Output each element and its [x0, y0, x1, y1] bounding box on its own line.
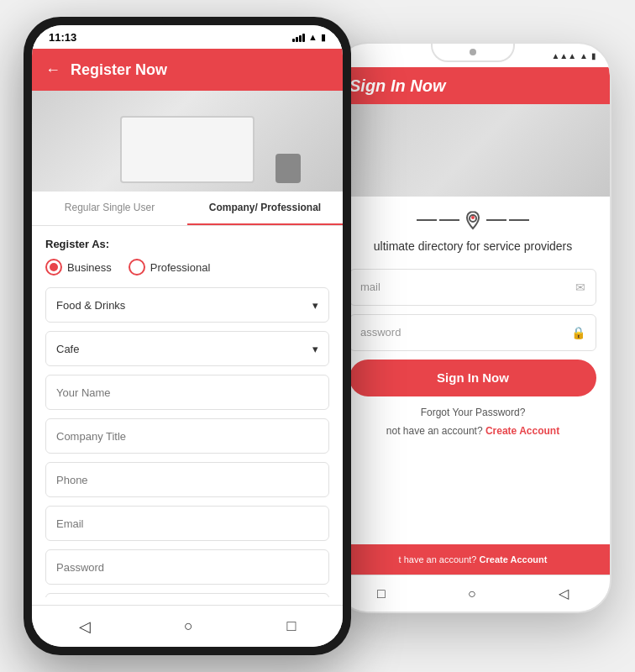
phone1-inner: 11:13 ▲ ▮ ← Register Now — [32, 25, 343, 647]
password-input[interactable] — [45, 549, 329, 585]
no-account-text: not have an account? — [386, 425, 483, 437]
hero-image-2 — [336, 104, 610, 197]
logo-lines-left — [417, 219, 459, 221]
lock-icon: 🔒 — [571, 326, 585, 339]
signin-button[interactable]: Sign In Now — [349, 360, 596, 396]
email-input-row[interactable]: mail ✉ — [349, 269, 596, 306]
battery-icon: ▮ — [321, 32, 326, 43]
phone2-device: ▲▲▲ ▲ ▮ Sign In Now — [334, 42, 611, 613]
radio-professional[interactable]: Professional — [129, 259, 211, 276]
desk-decoration — [120, 116, 255, 183]
notch1 — [162, 17, 213, 24]
wifi-icon: ▲ — [308, 32, 318, 42]
logo-line-2 — [439, 219, 459, 221]
time-display: 11:13 — [49, 31, 76, 44]
nav-bar-1: ◁ ○ □ — [32, 605, 343, 647]
register-form-content: Register As: Business Professional Food … — [32, 226, 343, 597]
radio-professional-circle — [129, 259, 145, 276]
signal-icon — [292, 32, 305, 42]
email-input[interactable] — [45, 506, 329, 541]
chevron-down-icon: ▾ — [312, 299, 318, 312]
register-as-radio-group: Business Professional — [45, 259, 329, 276]
back-nav-icon[interactable]: ◁ — [79, 617, 91, 636]
svg-point-1 — [471, 216, 475, 219]
battery-icon-2: ▮ — [591, 51, 596, 60]
back-button[interactable]: ← — [45, 61, 60, 79]
home-nav-icon[interactable]: ○ — [184, 617, 193, 635]
status-icons: ▲ ▮ — [292, 32, 326, 43]
circle-nav-icon[interactable]: ○ — [468, 586, 476, 601]
radio-business-circle — [45, 259, 62, 276]
subcategory-dropdown[interactable]: Cafe ▾ — [45, 331, 329, 366]
scene: 11:13 ▲ ▮ ← Register Now — [0, 0, 635, 672]
back-nav-icon-2[interactable]: ◁ — [559, 585, 569, 601]
bottom-banner-create-link[interactable]: Create Account — [480, 554, 548, 564]
status-bar-1: 11:13 ▲ ▮ — [32, 25, 343, 49]
signin-form-content: ultimate directory for service providers… — [336, 197, 610, 450]
radio-business[interactable]: Business — [45, 259, 112, 276]
mail-icon: ✉ — [575, 281, 585, 294]
bottom-banner-no-account: t have an account? Create Account — [399, 554, 548, 564]
app-tagline: ultimate directory for service providers — [374, 239, 573, 255]
header-signin: Sign In Now — [336, 67, 610, 104]
chevron-down-icon-2: ▾ — [312, 343, 318, 355]
password-placeholder: assword — [360, 326, 401, 339]
square-nav-icon[interactable]: □ — [377, 586, 386, 601]
logo-line-4 — [509, 219, 529, 221]
logo-line-1 — [417, 219, 437, 221]
recents-nav-icon[interactable]: □ — [286, 617, 296, 635]
password-input-row[interactable]: assword 🔒 — [349, 314, 596, 351]
company-title-input[interactable] — [45, 418, 329, 454]
status-icons-2: ▲▲▲ ▲ ▮ — [551, 51, 596, 60]
nav-bar-2: □ ○ ◁ — [336, 575, 610, 612]
hero-image-1 — [32, 91, 343, 192]
create-account-row: not have an account? Create Account — [386, 425, 559, 437]
bottom-banner: t have an account? Create Account — [336, 544, 610, 575]
forgot-password-link[interactable]: Forgot Your Password? — [421, 407, 526, 418]
register-as-label: Register As: — [45, 238, 329, 250]
mug-decoration — [276, 154, 301, 183]
logo-lines-right — [486, 219, 529, 221]
logo-area — [417, 210, 529, 230]
create-account-link[interactable]: Create Account — [485, 425, 559, 437]
register-title: Register Now — [71, 61, 167, 79]
phone-input[interactable] — [45, 462, 329, 497]
email-placeholder: mail — [360, 281, 380, 293]
location-pin-icon — [463, 210, 483, 230]
signal-icon-2: ▲▲▲ — [551, 51, 576, 60]
signin-title: Sign In Now — [349, 76, 445, 96]
your-name-input[interactable] — [45, 375, 329, 410]
notch2 — [431, 44, 515, 62]
header-register: ← Register Now — [32, 49, 343, 91]
retype-password-input[interactable] — [45, 593, 329, 597]
tab-regular-user[interactable]: Regular Single User — [32, 192, 187, 225]
category-dropdown[interactable]: Food & Drinks ▾ — [45, 287, 329, 323]
phone2-inner: ▲▲▲ ▲ ▮ Sign In Now — [336, 44, 610, 612]
front-camera — [470, 49, 476, 55]
registration-tabs: Regular Single User Company/ Professiona… — [32, 192, 343, 226]
logo-line-3 — [486, 219, 506, 221]
tab-company-professional[interactable]: Company/ Professional — [187, 192, 343, 225]
phone1-device: 11:13 ▲ ▮ ← Register Now — [24, 17, 351, 655]
wifi-icon-2: ▲ — [580, 51, 588, 60]
